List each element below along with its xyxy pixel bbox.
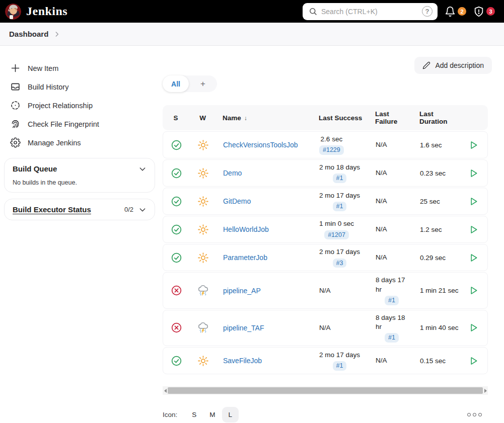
- run-build-button[interactable]: [467, 355, 480, 367]
- table-row: pipeline_TAF N/A 8 days 18 hr#1 1 min 40…: [163, 310, 488, 346]
- horizontal-scrollbar[interactable]: [163, 386, 488, 395]
- success-status-icon[interactable]: [171, 252, 182, 264]
- job-link[interactable]: pipeline_AP: [223, 287, 261, 295]
- last-success-value: 2 mo 17 days: [319, 191, 360, 200]
- run-build-button[interactable]: [467, 167, 480, 180]
- success-status-icon[interactable]: [171, 224, 182, 235]
- last-duration-value: 0.23 sec: [420, 170, 446, 177]
- sidebar-item-check-file-fingerprint[interactable]: Check File Fingerprint: [10, 115, 155, 133]
- play-icon: [468, 224, 479, 235]
- add-description-label: Add description: [435, 61, 484, 69]
- top-bar: Jenkins ? 2 3: [0, 0, 504, 23]
- storm-weather-icon: [197, 284, 210, 297]
- sunny-weather-icon: [197, 167, 209, 180]
- scrollbar-thumb[interactable]: [168, 387, 483, 394]
- chevron-down-icon[interactable]: [138, 206, 147, 214]
- build-number-badge[interactable]: #1229: [319, 145, 344, 155]
- sidebar-item-new-item[interactable]: New Item: [10, 59, 155, 77]
- job-link[interactable]: ParameterJob: [223, 253, 267, 262]
- sidebar-item-build-history[interactable]: Build History: [10, 77, 155, 96]
- last-duration-value: 1.6 sec: [420, 141, 442, 149]
- last-success-value: N/A: [319, 286, 331, 295]
- build-queue-empty-text: No builds in the queue.: [13, 179, 147, 186]
- main-content: Add description All + S W Name↓ Last Suc…: [159, 46, 504, 423]
- chevron-right-icon: [53, 31, 60, 38]
- col-last-success[interactable]: Last Success: [315, 111, 371, 125]
- sidebar-item-project-relationship[interactable]: Project Relationship: [10, 96, 155, 115]
- build-number-badge[interactable]: #1207: [324, 230, 349, 240]
- relationship-icon: [10, 100, 21, 111]
- col-name[interactable]: Name↓: [217, 111, 315, 125]
- last-duration-value: 1 min 40 sec: [420, 324, 459, 331]
- run-build-button[interactable]: [467, 195, 480, 208]
- plus-icon: [10, 63, 21, 73]
- col-last-failure[interactable]: Last Failure: [371, 107, 415, 128]
- build-queue-panel: Build Queue No builds in the queue.: [4, 158, 155, 193]
- success-status-icon[interactable]: [171, 196, 182, 207]
- search-input[interactable]: [321, 8, 418, 16]
- add-description-button[interactable]: Add description: [414, 57, 492, 74]
- overflow-menu-icon[interactable]: [467, 413, 488, 416]
- sidebar: New Item Build History Project Relations…: [0, 46, 159, 423]
- success-status-icon[interactable]: [171, 355, 182, 367]
- chevron-down-icon[interactable]: [138, 165, 147, 173]
- build-executor-status-panel: Build Executor Status 0/2: [4, 199, 155, 220]
- build-number-badge[interactable]: #1: [385, 333, 399, 343]
- view-tabs: All +: [163, 75, 217, 92]
- run-build-button[interactable]: [467, 251, 480, 264]
- sunny-weather-icon: [197, 223, 209, 236]
- icon-size-small-button[interactable]: S: [185, 407, 203, 422]
- col-weather[interactable]: W: [189, 111, 217, 125]
- col-last-duration[interactable]: Last Duration: [415, 107, 463, 128]
- scroll-left-arrow-icon[interactable]: [163, 386, 168, 395]
- icon-size-medium-button[interactable]: M: [203, 407, 222, 422]
- job-link[interactable]: SaveFileJob: [223, 357, 262, 365]
- build-number-badge[interactable]: #1: [333, 202, 347, 211]
- scroll-right-arrow-icon[interactable]: [483, 386, 488, 395]
- build-number-badge[interactable]: #1: [385, 296, 399, 305]
- build-number-badge[interactable]: #1: [333, 361, 347, 371]
- jenkins-home-link[interactable]: Jenkins: [5, 4, 67, 20]
- sunny-weather-icon: [197, 251, 209, 264]
- build-number-badge[interactable]: #3: [333, 259, 347, 268]
- search-help-icon[interactable]: ?: [422, 6, 433, 17]
- last-success-value: 2 mo 17 days: [319, 351, 360, 360]
- play-icon: [468, 196, 479, 207]
- last-failure-value: 8 days 18 hr: [376, 313, 408, 331]
- run-build-button[interactable]: [467, 284, 480, 297]
- table-row: GitDemo 2 mo 17 days#1 N/A 25 sec: [163, 188, 488, 215]
- success-status-icon[interactable]: [171, 139, 182, 151]
- job-link[interactable]: HelloWorldJob: [223, 225, 269, 233]
- new-view-button[interactable]: +: [189, 79, 217, 89]
- job-link[interactable]: CheckVersionsToolsJob: [223, 141, 298, 149]
- sunny-weather-icon: [197, 195, 209, 208]
- tab-all[interactable]: All: [163, 75, 189, 92]
- col-status[interactable]: S: [163, 111, 189, 125]
- icon-size-large-button[interactable]: L: [222, 407, 239, 422]
- breadcrumb-dashboard[interactable]: Dashboard: [9, 30, 48, 38]
- job-link[interactable]: Demo: [223, 169, 242, 177]
- run-build-button[interactable]: [467, 321, 480, 334]
- last-duration-value: 25 sec: [420, 198, 440, 205]
- last-success-value: 1 min 0 sec: [319, 219, 354, 228]
- play-icon: [468, 322, 479, 333]
- play-icon: [468, 252, 479, 263]
- run-build-button[interactable]: [467, 223, 480, 236]
- last-failure-value: N/A: [376, 253, 387, 262]
- job-link[interactable]: pipeline_TAF: [223, 324, 264, 332]
- build-executor-status-link[interactable]: Build Executor Status: [13, 205, 91, 214]
- success-status-icon[interactable]: [171, 167, 182, 179]
- job-table-header: S W Name↓ Last Success Last Failure Last…: [163, 105, 488, 130]
- job-link[interactable]: GitDemo: [223, 197, 251, 205]
- last-success-value: 2 mo 18 days: [319, 163, 360, 172]
- search-bar[interactable]: ?: [303, 3, 438, 20]
- notifications-button[interactable]: 2: [445, 6, 466, 17]
- sidebar-item-manage-jenkins[interactable]: Manage Jenkins: [10, 133, 155, 152]
- icon-size-label: Icon:: [163, 411, 177, 418]
- run-build-button[interactable]: [467, 139, 480, 151]
- failure-status-icon[interactable]: [171, 322, 182, 333]
- last-success-value: 2 mo 17 days: [319, 247, 360, 257]
- security-warnings-button[interactable]: 3: [473, 6, 495, 17]
- failure-status-icon[interactable]: [171, 285, 182, 296]
- build-number-badge[interactable]: #1: [333, 174, 347, 183]
